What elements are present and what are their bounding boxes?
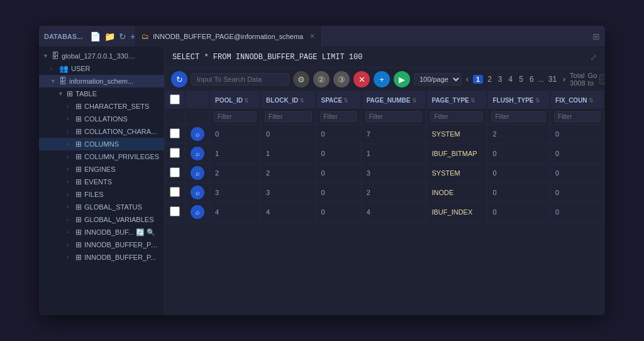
main-tab[interactable]: 🗂 INNODB_BUFFER_PAGE@information_schema … [135,26,322,47]
delete-button[interactable]: ✕ [353,71,370,87]
sidebar-label-INNODB_BUFFER_PA: INNODB_BUFFER_PA... [84,241,160,249]
goto-label: Go to [588,72,597,87]
new-folder-icon[interactable]: 📁 [104,31,115,42]
page-31-button[interactable]: 31 [547,75,558,84]
table-header: POOL_ID⇅ BLOCK_ID⇅ SPACE⇅ PAGE_NUMBE⇅ PA… [165,91,605,109]
filter-block-id-input[interactable] [265,111,311,122]
page-6-button[interactable]: 6 [528,75,536,84]
filter-page-number-input[interactable] [365,111,423,122]
row-checkbox-2[interactable] [170,167,180,177]
cell-space-3: 0 [316,183,361,203]
add-icon[interactable]: + [130,31,135,42]
sidebar-item-INNODB_BUF1[interactable]: › ⊞ INNODB_BUF... 🔄 🔍 [39,226,164,238]
sidebar-item-information_schema[interactable]: ▼ 🗄 information_schem... [39,75,164,87]
select-all-checkbox[interactable] [170,94,180,104]
sidebar-item-FILES[interactable]: › ⊞ FILES [39,188,164,201]
sidebar-item-CHARACTER_SETS[interactable]: › ⊞ CHARACTER_SETS [39,100,164,113]
filter-pool-id-input[interactable] [214,111,257,122]
sidebar-item-COLUMN_PRIVILEGES[interactable]: › ⊞ COLUMN_PRIVILEGES [39,150,164,163]
sidebar-item-EVENTS[interactable]: › ⊞ EVENTS [39,176,164,188]
row-checkbox-4[interactable] [170,206,180,216]
prev-page-button[interactable]: ‹ [464,75,470,84]
sidebar-label-global: global_127.0.0.1_3306_r... [62,52,137,60]
goto-input[interactable] [599,74,605,84]
page-size-select[interactable]: 100/page 50/page 200/page [414,73,462,86]
row-checkbox-0[interactable] [170,128,180,138]
cell-flush-type-2: 0 [487,164,550,183]
current-page[interactable]: 1 [473,75,483,84]
cell-space-4: 0 [316,203,361,222]
table-body: ⌕ 0 0 0 7 SYSTEM 2 0 ⌕ 1 1 0 1 IBUF_BITM… [165,109,605,222]
expand-arrow-COLLATIONS: › [67,116,73,122]
filter-space [316,109,361,125]
row-search-col-0: ⌕ [186,125,210,144]
item-icon-GLOBAL_VARIABLES: ⊞ [75,215,82,224]
cell-space-0: 0 [316,125,361,144]
next-page-button[interactable]: › [561,75,567,84]
sidebar-item-TABLE[interactable]: ▼ ⊞ TABLE [39,87,164,100]
sidebar-label-GLOBAL_STATUS: GLOBAL_STATUS [84,203,142,211]
sidebar-item-INNODB_BUFFER_P2[interactable]: › ⊞ INNODB_BUFFER_P... [39,251,164,264]
tab-close-icon[interactable]: ✕ [309,32,315,40]
search-row-icon-2[interactable]: ⌕ [191,166,204,180]
filter-flush-type-input[interactable] [491,111,546,122]
filter-fix-count-input[interactable] [554,111,601,122]
refresh-icon[interactable]: ↻ [119,31,126,42]
row-search-col-1: ⌕ [186,144,210,164]
add-row-button[interactable]: + [374,71,390,87]
expand-arrow-EVENTS: › [67,179,73,185]
page-3-button[interactable]: 3 [496,75,504,84]
filter-row [165,109,605,125]
sidebar-item-COLLATION_CHARA[interactable]: › ⊞ COLLATION_CHARA... [39,125,164,138]
app-window: DATABAS... 📄 📁 ↻ + 🗂 INNODB_BUFFER_PAGE@… [39,26,605,315]
sidebar-item-user[interactable]: › 👥 USER [39,62,164,75]
row-checkbox-1[interactable] [170,148,180,158]
sort-button[interactable]: ③ [333,71,350,87]
split-view-icon[interactable]: ⊞ [592,31,600,42]
filter-button[interactable]: ② [313,71,330,87]
sidebar-label-GLOBAL_VARIABLES: GLOBAL_VARIABLES [84,216,153,223]
sidebar-item-COLLATIONS[interactable]: › ⊞ COLLATIONS [39,113,164,125]
search-row-icon-4[interactable]: ⌕ [191,205,204,219]
sidebar-item-COLUMNS[interactable]: › ⊞ COLUMNS [39,138,164,150]
row-check-col-0 [165,125,186,144]
sidebar-item-global[interactable]: ▼ 🗄 global_127.0.0.1_3306_r... [39,50,164,62]
filter-search-col [186,109,210,125]
refresh-button[interactable]: ↻ [171,71,187,87]
cell-space-1: 0 [316,144,361,164]
tab-table-icon: 🗂 [142,32,149,41]
page-5-button[interactable]: 5 [517,75,525,84]
cell-page-number-2: 3 [361,164,426,183]
cell-flush-type-4: 0 [487,203,550,222]
query-expand-icon[interactable]: ⤢ [590,52,597,62]
sidebar-item-GLOBAL_STATUS[interactable]: › ⊞ GLOBAL_STATUS [39,201,164,213]
expand-arrow-user: › [50,65,57,72]
new-file-icon[interactable]: 📄 [90,31,101,42]
col-space[interactable]: SPACE⇅ [316,91,361,109]
table-row: ⌕ 3 3 0 2 INODE 0 0 [165,183,605,203]
page-2-button[interactable]: 2 [486,75,494,84]
search-row-icon-0[interactable]: ⌕ [191,127,204,141]
sidebar-item-GLOBAL_VARIABLES[interactable]: › ⊞ GLOBAL_VARIABLES [39,213,164,226]
search-row-icon-3[interactable]: ⌕ [191,186,204,199]
cell-pool-id-2: 2 [210,164,261,183]
col-page-number[interactable]: PAGE_NUMBE⇅ [361,91,426,109]
settings-button[interactable]: ⚙ [293,71,309,87]
search-row-icon-1[interactable]: ⌕ [191,147,204,160]
row-checkbox-3[interactable] [170,187,180,197]
row-search-col-2: ⌕ [186,164,210,183]
filter-page-type-input[interactable] [430,111,483,122]
col-block-id[interactable]: BLOCK_ID⇅ [261,91,316,109]
run-button[interactable]: ▶ [394,71,410,87]
col-flush-type[interactable]: FLUSH_TYPE⇅ [487,91,550,109]
search-input[interactable] [191,73,289,86]
item-icon-global: 🗄 [52,52,59,60]
col-fix-count[interactable]: FIX_COUN⇅ [550,91,605,109]
col-page-type[interactable]: PAGE_TYPE⇅ [426,91,487,109]
page-4-button[interactable]: 4 [507,75,515,84]
toolbar: ↻ ⚙ ② ③ ✕ + ▶ 100/page 50/page 200/page … [165,68,605,91]
sidebar-item-INNODB_BUFFER_PA[interactable]: › ⊞ INNODB_BUFFER_PA... [39,238,164,251]
filter-space-input[interactable] [320,111,357,122]
col-pool-id[interactable]: POOL_ID⇅ [210,91,261,109]
sidebar-item-ENGINES[interactable]: › ⊞ ENGINES [39,163,164,176]
